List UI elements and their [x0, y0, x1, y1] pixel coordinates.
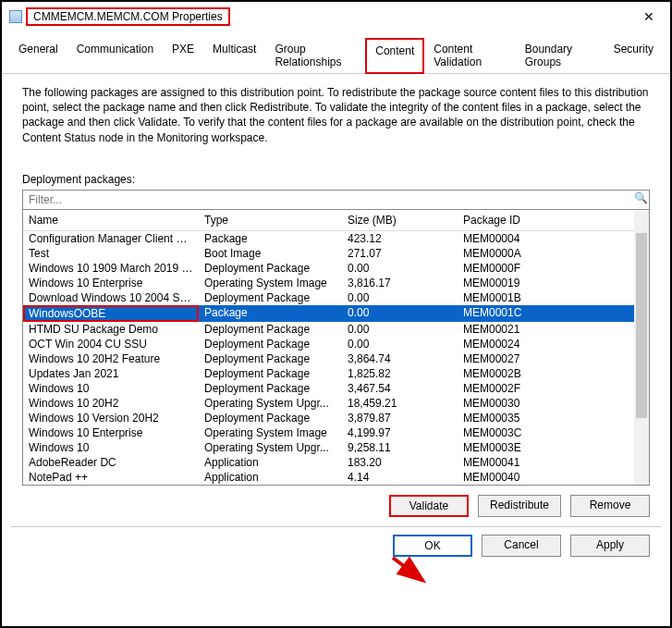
tab-content-validation[interactable]: Content Validation	[424, 37, 515, 73]
table-row[interactable]: Configuration Manager Client Pac...Packa…	[23, 231, 649, 246]
col-size[interactable]: Size (MB)	[342, 210, 458, 230]
table-row[interactable]: Windows 10Deployment Package3,467.54MEM0…	[23, 381, 649, 396]
scrollbar[interactable]	[634, 211, 649, 485]
package-grid: Name Type Size (MB) Package ID Configura…	[22, 210, 650, 486]
annotation-arrow	[388, 553, 434, 590]
apply-button[interactable]: Apply	[570, 535, 650, 557]
table-row[interactable]: Updates Jan 2021Deployment Package1,825.…	[23, 366, 649, 381]
table-row[interactable]: Windows 10Operating System Upgr...9,258.…	[23, 440, 649, 455]
col-type[interactable]: Type	[199, 210, 342, 230]
tab-general[interactable]: General	[9, 37, 67, 73]
table-row[interactable]: WindowsOOBEPackage0.00MEM0001C	[23, 305, 649, 322]
table-row[interactable]: Download Windows 10 2004 Serv...Deployme…	[23, 290, 649, 305]
col-package-id[interactable]: Package ID	[458, 210, 568, 230]
validate-button[interactable]: Validate	[389, 495, 469, 517]
tab-communication[interactable]: Communication	[67, 37, 163, 73]
tab-content[interactable]: Content	[365, 38, 424, 74]
redistribute-button[interactable]: Redistribute	[478, 495, 561, 517]
tab-multicast[interactable]: Multicast	[203, 37, 265, 73]
table-row[interactable]: Windows 10 20H2 FeatureDeployment Packag…	[23, 351, 649, 366]
table-row[interactable]: Windows 10 1909 March 2019 Up...Deployme…	[23, 261, 649, 276]
table-row[interactable]: AdobeReader DCApplication183.20MEM00041	[23, 455, 649, 470]
ok-button[interactable]: OK	[393, 535, 472, 557]
window-icon	[9, 10, 22, 23]
tab-pxe[interactable]: PXE	[163, 37, 203, 73]
table-row[interactable]: Windows 10 EnterpriseOperating System Im…	[23, 276, 649, 290]
description-text: The following packages are assigned to t…	[22, 85, 650, 145]
tab-boundary-groups[interactable]: Boundary Groups	[516, 37, 605, 73]
tab-security[interactable]: Security	[605, 37, 663, 73]
filter-box: 🔍	[22, 190, 650, 210]
svg-line-0	[393, 558, 423, 581]
tab-group-relationships[interactable]: Group Relationships	[265, 37, 365, 73]
table-row[interactable]: Windows 10 EnterpriseOperating System Im…	[23, 425, 649, 440]
table-row[interactable]: NotePad ++Application4.14MEM00040	[23, 470, 649, 485]
table-row[interactable]: HTMD SU Package DemoDeployment Package0.…	[23, 322, 649, 337]
table-row[interactable]: OCT Win 2004 CU SSUDeployment Package0.0…	[23, 337, 649, 351]
filter-input[interactable]	[23, 191, 632, 209]
close-icon[interactable]: ✕	[635, 9, 663, 24]
remove-button[interactable]: Remove	[570, 495, 650, 517]
cancel-button[interactable]: Cancel	[482, 535, 561, 557]
deployment-packages-label: Deployment packages:	[22, 173, 650, 186]
tab-strip: GeneralCommunicationPXEMulticastGroup Re…	[2, 37, 670, 74]
table-row[interactable]: Windows 10 Version 20H2Deployment Packag…	[23, 411, 649, 425]
table-row[interactable]: Windows 10 20H2Operating System Upgr...1…	[23, 396, 649, 411]
table-row[interactable]: TestBoot Image271.07MEM0000A	[23, 246, 649, 261]
search-icon[interactable]: 🔍	[632, 191, 649, 209]
window-title: CMMEMCM.MEMCM.COM Properties	[26, 7, 230, 26]
col-name[interactable]: Name	[23, 210, 199, 230]
